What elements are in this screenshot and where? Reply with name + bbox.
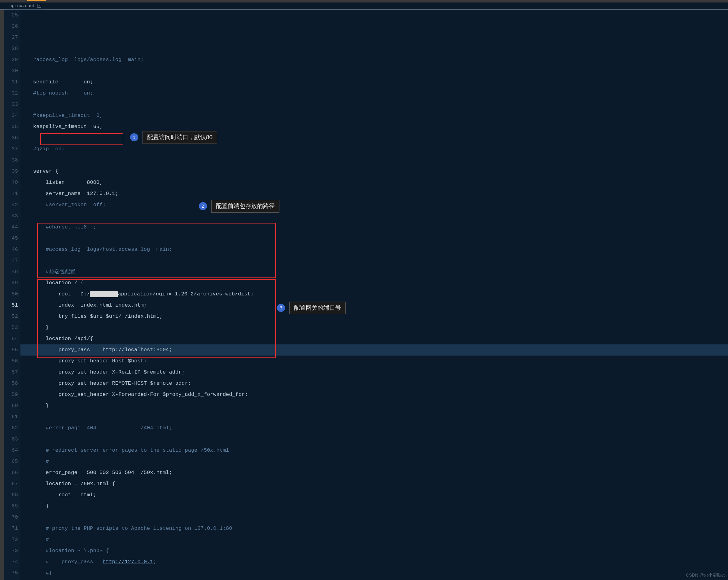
line-number: 36 [4,132,18,144]
line-number: 58 [4,378,18,389]
callout-label-2: 配置前端包存放的路径 [211,200,280,213]
line-number: 66 [4,467,18,478]
line-number: 54 [4,333,18,345]
code-line[interactable]: # proxy the PHP scripts to Apache listen… [21,523,728,534]
code-line[interactable]: # proxy_pass http://127.0.0.1; [21,556,728,568]
line-number: 42 [4,199,18,210]
code-line[interactable]: #gzip on; [21,144,728,155]
code-line[interactable]: # [21,534,728,545]
code-line[interactable] [21,66,728,77]
code-line[interactable]: listen 8000; [21,177,728,188]
line-number: 32 [4,88,18,99]
code-line[interactable]: #location ~ \.php$ { [21,545,728,556]
code-line[interactable]: error_page 500 502 503 504 /50x.html; [21,467,728,478]
window-top-bar [0,0,728,2]
line-number: 41 [4,188,18,199]
code-line[interactable] [21,434,728,445]
code-line[interactable]: } [21,322,728,333]
callout-badge-3: 3 [277,304,285,312]
line-number: 53 [4,322,18,333]
code-line[interactable]: #error_page 404 /404.html; [21,423,728,434]
code-line[interactable]: root D:/application/nginx-1.20.2/archive… [21,288,728,300]
line-number: 56 [4,356,18,367]
code-line[interactable]: location / { [21,277,728,288]
code-line[interactable]: } [21,501,728,512]
line-number: 29 [4,54,18,66]
line-number: 71 [4,523,18,534]
file-tab[interactable]: nginx.conf × [7,3,43,9]
code-line[interactable]: #access_log logs/host.access.log main; [21,244,728,255]
code-line[interactable]: proxy_set_header Host $host; [21,356,728,367]
line-number: 65 [4,456,18,467]
code-line[interactable] [21,155,728,166]
code-line[interactable]: #keepalive_timeout 0; [21,110,728,121]
code-line[interactable]: } [21,400,728,411]
line-number: 61 [4,411,18,423]
code-line[interactable]: server_name 127.0.0.1; [21,188,728,199]
code-line[interactable] [21,132,728,144]
code-line[interactable]: root html; [21,489,728,501]
code-line[interactable] [21,255,728,266]
code-line[interactable] [21,411,728,423]
callout-badge-1: 1 [130,133,138,141]
code-line[interactable]: proxy_set_header X-Forwarded-For $proxy_… [21,389,728,400]
line-number: 34 [4,110,18,121]
left-margin-strip [0,9,4,580]
code-line[interactable]: try_files $uri $uri/ /index.html; [21,311,728,322]
code-line[interactable]: proxy_pass http://localhost:8004; [21,345,728,356]
line-number: 69 [4,501,18,512]
code-line[interactable]: # [21,456,728,467]
line-number: 62 [4,423,18,434]
line-number: 50 [4,288,18,300]
line-number: 75 [4,568,18,579]
line-number: 67 [4,478,18,489]
line-number: 48 [4,266,18,277]
tab-filename: nginx.conf [9,3,35,8]
code-line[interactable] [21,512,728,523]
line-number: 70 [4,512,18,523]
line-number: 37 [4,144,18,155]
code-line[interactable] [21,233,728,244]
line-number: 30 [4,66,18,77]
code-line[interactable]: sendfile on; [21,77,728,88]
code-line[interactable]: index index.html index.htm; [21,300,728,311]
code-line[interactable]: proxy_set_header X-Real-IP $remote_addr; [21,367,728,378]
line-number: 63 [4,434,18,445]
redacted-block [90,291,118,297]
code-line[interactable] [21,99,728,110]
line-number: 43 [4,210,18,222]
code-line[interactable]: keepalive_timeout 65; [21,121,728,132]
code-line[interactable] [21,579,728,580]
code-area[interactable]: #access_log logs/access.log main; sendfi… [21,9,728,580]
line-number: 28 [4,43,18,54]
code-line[interactable]: #tcp_nopush on; [21,88,728,99]
line-number: 59 [4,389,18,400]
line-number: 64 [4,445,18,456]
line-number: 26 [4,21,18,32]
code-line[interactable]: # redirect server error pages to the sta… [21,445,728,456]
callout-label-3: 配置网关的端口号 [289,302,346,314]
line-number-gutter: 2526272829303132333435363738394041424344… [4,9,21,580]
code-line[interactable]: #} [21,568,728,579]
code-line[interactable]: #charset koi8-r; [21,222,728,233]
line-number: 57 [4,367,18,378]
line-number: 39 [4,166,18,177]
code-line[interactable]: location /api/{ [21,333,728,345]
code-line[interactable] [21,210,728,222]
line-number: 45 [4,233,18,244]
line-number: 25 [4,9,18,21]
code-line[interactable]: #access_log logs/access.log main; [21,54,728,66]
line-number: 38 [4,155,18,166]
callout-3: 3 配置网关的端口号 [277,302,346,314]
code-line[interactable]: server { [21,166,728,177]
close-icon[interactable]: × [37,4,41,8]
line-number: 74 [4,556,18,568]
code-line[interactable]: proxy_set_header REMOTE-HOST $remote_add… [21,378,728,389]
code-line[interactable]: location = /50x.html { [21,478,728,489]
code-line[interactable]: #前端包配置 [21,266,728,277]
line-number: 27 [4,32,18,43]
code-line[interactable]: #server_token off; [21,199,728,210]
line-number: 52 [4,311,18,322]
line-number: 35 [4,121,18,132]
tab-strip: nginx.conf × [0,2,728,9]
